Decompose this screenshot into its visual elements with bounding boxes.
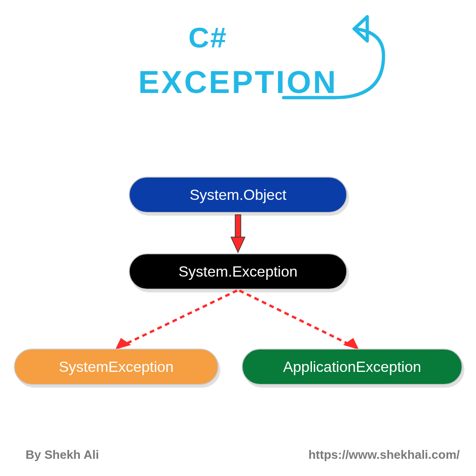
loop-arrow-icon [274,14,404,116]
svg-marker-2 [231,237,245,252]
footer-author: By Shekh Ali [26,448,99,462]
node-system-exception: System.Exception [129,253,347,290]
svg-marker-6 [343,338,359,350]
node-label: ApplicationException [283,358,421,376]
footer-url: https://www.shekhali.com/ [308,448,460,462]
node-systemexception: SystemException [14,349,218,385]
arrow-down-icon [230,214,246,253]
svg-line-3 [121,291,237,346]
title-line-2: EXCEPTION [0,66,476,98]
diagram-title: C# EXCEPTION [0,23,476,98]
node-label: System.Object [190,186,286,204]
branching-arrows-icon [93,288,381,358]
node-applicationexception: ApplicationException [242,349,463,385]
svg-marker-4 [115,338,131,350]
title-line-1: C# [188,23,227,52]
node-label: SystemException [59,358,173,376]
svg-rect-1 [235,215,241,239]
node-label: System.Exception [178,263,298,280]
svg-line-5 [239,291,353,346]
node-system-object: System.Object [129,177,347,213]
